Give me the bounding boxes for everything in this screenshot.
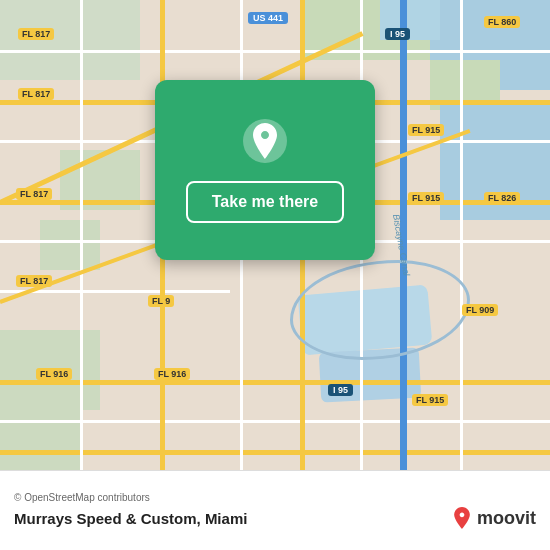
road-label-fl817-2: FL 817 <box>18 88 54 100</box>
road-label-fl817-3: FL 817 <box>16 188 52 200</box>
road-label-fl817-4: FL 817 <box>16 275 52 287</box>
location-popup: Take me there <box>155 80 375 260</box>
road-label-fl915-3: FL 915 <box>412 394 448 406</box>
road-label-fl915-1: FL 915 <box>408 124 444 136</box>
moovit-pin-icon <box>451 507 473 529</box>
map-attribution: © OpenStreetMap contributors <box>14 492 536 503</box>
take-me-there-button[interactable]: Take me there <box>186 181 344 223</box>
bottom-bar: © OpenStreetMap contributors Murrays Spe… <box>0 470 550 550</box>
moovit-brand-text: moovit <box>477 508 536 529</box>
place-name: Murrays Speed & Custom, Miami <box>14 510 247 527</box>
road-label-fl916-2: FL 916 <box>154 368 190 380</box>
road-label-fl909: FL 909 <box>462 304 498 316</box>
road-label-fl916-1: FL 916 <box>36 368 72 380</box>
road-label-fl860: FL 860 <box>484 16 520 28</box>
road-label-fl915-2: FL 915 <box>408 192 444 204</box>
road-label-fl826: FL 826 <box>484 192 520 204</box>
road-label-i95-2: I 95 <box>328 384 353 396</box>
road-label-fl9: FL 9 <box>148 295 174 307</box>
map-view: FL 817 FL 817 FL 817 FL 817 FL 860 FL 91… <box>0 0 550 470</box>
road-label-i95-1: I 95 <box>385 28 410 40</box>
road-label-us441: US 441 <box>248 12 288 24</box>
road-label-fl817-1: FL 817 <box>18 28 54 40</box>
map-pin-icon <box>241 117 289 165</box>
moovit-logo: moovit <box>451 507 536 529</box>
